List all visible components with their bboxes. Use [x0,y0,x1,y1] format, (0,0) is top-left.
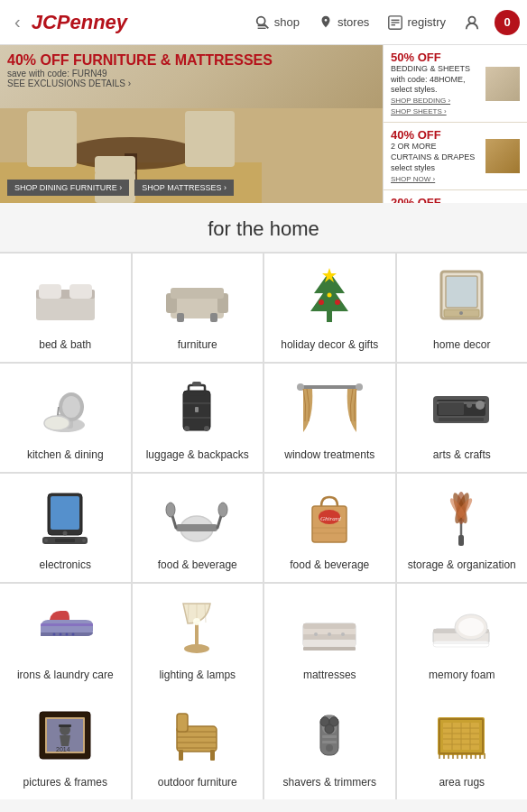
hero-banner: 40% OFF FURNITURE & MATTRESSES save with… [0,45,527,203]
area-rugs-image [426,701,498,769]
svg-point-95 [184,644,209,653]
svg-rect-34 [446,276,477,308]
category-shavers-trimmers[interactable]: shavers & trimmers [264,692,395,799]
svg-point-102 [314,632,318,636]
svg-rect-27 [210,313,217,322]
svg-rect-98 [303,623,356,629]
category-holiday-decor-gifts[interactable]: holiday decor & gifts [264,254,395,362]
storage-icon [428,488,495,547]
shop-nav-item[interactable]: shop [245,14,309,31]
category-electronics[interactable]: electronics [0,474,131,582]
category-mattresses[interactable]: mattresses [264,584,395,692]
category-window-treatments[interactable]: window treatments [264,364,395,472]
svg-rect-62 [51,496,79,530]
category-pictures-frames[interactable]: 2014 pictures & frames [0,692,131,799]
category-lighting-lamps[interactable]: lighting & lamps [133,584,264,692]
category-food-beverage[interactable]: Ghirard food & beverage food & beverage [264,474,395,582]
window-treatments-icon [296,378,364,437]
shop-label: shop [274,15,300,29]
svg-point-96 [193,618,200,625]
pictures-frames-image: 2014 [29,701,101,769]
hero-drapes-promo[interactable]: 40% OFF 2 OR MORECURTAINS & DRAPESselect… [384,123,527,190]
hero-buttons: SHOP DINING FURNITURE › SHOP MATTRESSES … [7,180,234,196]
svg-point-63 [62,531,67,536]
svg-point-31 [335,300,340,305]
location-icon [318,14,334,31]
shop-dining-button[interactable]: SHOP DINING FURNITURE › [7,180,129,196]
svg-rect-69 [176,524,217,531]
luggage-icon [163,378,231,437]
bedding-discount: 50% OFF [391,51,480,64]
registry-nav-item[interactable]: registry [378,14,455,31]
holiday-decor-image [293,263,365,331]
category-storage-organization[interactable]: storage & organization [397,474,528,582]
mattress-icon [296,598,364,657]
food-beverage-image: Ghirard [293,484,365,551]
home-decor-image [426,263,498,331]
svg-point-103 [328,632,331,636]
category-fitness-healthy-living[interactable]: food & beverage [133,474,264,582]
kitchen-dining-icon [32,378,99,437]
storage-organization-image [426,484,498,551]
arts-crafts-icon [428,378,495,437]
category-memory-foam[interactable]: memory foam [397,584,528,692]
svg-point-42 [44,416,69,430]
luggage-backpacks-label: luggage & backpacks [146,448,249,463]
shavers-image [293,701,365,769]
hero-sub2: SEE EXCLUSIONS DETAILS › [7,78,375,88]
back-button[interactable]: ‹ [7,12,28,32]
cart-badge[interactable]: 0 [495,10,520,35]
bedding-desc: BEDDING & SHEETSwith code: 48HOME, selec… [391,64,480,116]
hero-bedding-promo[interactable]: 50% OFF BEDDING & SHEETSwith code: 48HOM… [384,45,527,123]
fitness-healthy-living-label: food & beverage [158,558,237,573]
bed-bath-icon [32,268,99,327]
svg-rect-85 [458,535,464,546]
svg-rect-12 [27,126,77,167]
fitness-image [162,484,234,551]
area-rugs-label: area rugs [439,776,485,790]
svg-point-133 [326,744,333,752]
luggage-image [162,374,234,441]
hero-appliances-promo[interactable]: 20% OFF SMALL APPLIANCESwith code: 48HOM… [384,190,527,203]
category-furniture[interactable]: furniture [133,254,264,362]
svg-point-66 [44,539,48,542]
bedding-thumbnail [485,67,520,101]
category-irons-laundry-care[interactable]: irons & laundry care [0,584,131,692]
stores-nav-item[interactable]: stores [309,14,378,31]
shop-mattresses-button[interactable]: SHOP MATTRESSES › [134,180,234,196]
hero-text: 40% OFF FURNITURE & MATTRESSES save with… [7,52,375,88]
window-treatments-image [293,374,365,441]
svg-point-30 [319,300,324,305]
svg-rect-60 [439,402,464,415]
svg-text:2014: 2014 [56,746,70,752]
svg-point-72 [166,503,175,517]
category-kitchen-dining[interactable]: kitchen & dining [0,364,131,472]
svg-point-104 [341,632,345,636]
category-home-decor[interactable]: home decor [397,254,528,362]
svg-rect-13 [27,111,77,131]
drapes-promo-text: 40% OFF 2 OR MORECURTAINS & DRAPESselect… [391,128,480,184]
category-outdoor-furniture[interactable]: outdoor furniture [133,692,264,799]
category-arts-crafts[interactable]: arts & crafts [397,364,528,472]
account-nav-item[interactable] [455,14,489,31]
home-decor-label: home decor [433,338,490,353]
svg-rect-25 [171,288,224,299]
hero-side-promos: 50% OFF BEDDING & SHEETSwith code: 48HOM… [383,45,527,203]
category-luggage-backpacks[interactable]: luggage & backpacks [133,364,264,472]
category-area-rugs[interactable]: area rugs [397,692,528,799]
drapes-thumbnail [485,139,520,173]
stores-label: stores [337,15,369,29]
frame-icon: 2014 [36,708,95,762]
furniture-icon [163,268,231,327]
person-icon [464,14,480,31]
irons-image [29,594,101,661]
memory-foam-icon [428,598,495,657]
svg-point-88 [65,633,68,636]
svg-point-87 [59,633,61,636]
irons-laundry-care-label: irons & laundry care [17,669,114,683]
mattresses-image [293,594,365,661]
category-grid-bottom: 2014 pictures & frames outdoor furniture [0,692,527,799]
category-bed-bath[interactable]: bed & bath [0,254,131,362]
svg-rect-18 [36,295,95,320]
pictures-frames-label: pictures & frames [23,776,107,790]
